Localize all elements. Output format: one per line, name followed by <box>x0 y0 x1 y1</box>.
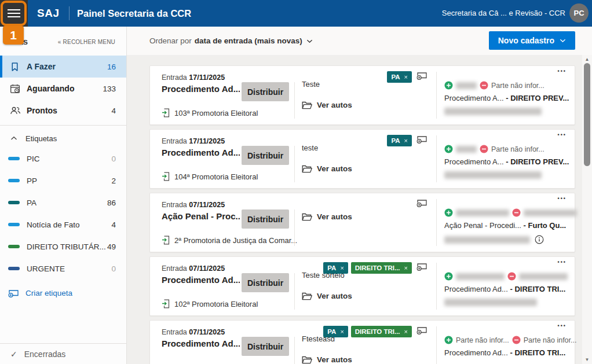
more-options-icon[interactable]: ••• <box>558 196 567 201</box>
distribute-button[interactable]: Distribuir <box>242 146 289 165</box>
tag-add-icon <box>8 288 19 298</box>
divider <box>69 6 70 20</box>
org-unit-label: Secretaria da Câ ... e Revisão - CCR <box>442 0 565 27</box>
scrollbar-thumb[interactable] <box>584 63 590 166</box>
scrollbar: ▲ ▼ <box>582 55 592 364</box>
folder-icon <box>302 213 312 221</box>
view-files-link[interactable]: Ver autos <box>302 292 352 300</box>
sidebar-queue-item[interactable]: Prontos 4 <box>0 100 126 122</box>
sidebar-header: Filas « RECOLHER MENU <box>0 27 126 56</box>
scroll-down-arrow[interactable]: ▼ <box>582 357 592 362</box>
remove-tag-icon[interactable]: × <box>340 264 343 271</box>
card-title: Procedimento Ad... <box>162 148 240 157</box>
sidebar-label-item[interactable]: DIREITO TRIBUTÁR... 49 <box>0 236 126 258</box>
sidebar-item-closed[interactable]: ✓ Encerradas <box>0 343 126 364</box>
sidebar-queue-item[interactable]: A Fazer 16 <box>0 56 126 78</box>
new-record-button[interactable]: Novo cadastro <box>489 31 575 50</box>
more-options-icon[interactable]: ••• <box>558 132 567 138</box>
process-card: Entrada 07/11/2025 Procedimento Ad... Di… <box>149 320 575 364</box>
entry-date-line: Entrada 07/11/2025 <box>162 264 225 273</box>
avatar[interactable]: PC <box>569 3 589 23</box>
scroll-up-arrow[interactable]: ▲ <box>582 57 592 62</box>
collapse-menu-button[interactable]: « RECOLHER MENU <box>58 39 115 45</box>
sidebar-label-item[interactable]: PIC 0 <box>0 148 126 170</box>
remove-tag-icon[interactable]: × <box>404 73 408 80</box>
distribute-button[interactable]: Distribuir <box>242 82 289 101</box>
sidebar-label-item[interactable]: PA 86 <box>0 192 126 214</box>
sidebar: Filas « RECOLHER MENU A Fazer 16 Aguarda… <box>0 27 127 364</box>
case-class: Procedimento A... <box>444 94 506 102</box>
sidebar-queue-item[interactable]: Aguardando 133 <box>0 78 126 100</box>
main-content: Ordenar por data de entrada (mais novas)… <box>127 27 592 364</box>
case-subject: - DIREITO TRI... <box>510 285 565 293</box>
tag-add-icon[interactable] <box>416 134 427 144</box>
tag-add-icon[interactable] <box>416 262 427 271</box>
case-class: Ação Penal - Procedi... <box>444 221 524 230</box>
parties-row <box>444 272 568 281</box>
party-name: Parte não infor... <box>491 82 545 90</box>
tag-chip[interactable]: DIREITO TRI...× <box>351 326 412 337</box>
label-list: PIC 0 PP 2 PA 86 Notícia de Fato 4 DIREI… <box>0 148 126 280</box>
case-summary: ••• Parte não infor... Procedimento A...… <box>444 130 575 188</box>
document-forward-icon <box>162 172 170 181</box>
sort-dropdown[interactable]: Ordenar por data de entrada (mais novas) <box>149 27 313 55</box>
party-name-redacted <box>519 273 568 280</box>
view-files-link[interactable]: Ver autos <box>302 212 352 221</box>
more-options-icon[interactable]: ••• <box>558 259 567 265</box>
divider <box>436 199 437 246</box>
label-count: 0 <box>111 155 116 163</box>
tag-chip[interactable]: PA× <box>387 135 412 146</box>
tag-add-icon[interactable] <box>416 325 427 335</box>
more-options-icon[interactable]: ••• <box>558 323 567 329</box>
party-name: Parte não infor... <box>491 145 545 153</box>
plus-circle-icon <box>444 272 453 281</box>
chevron-up-icon <box>10 136 17 141</box>
label-color-bar <box>8 223 20 226</box>
remove-tag-icon[interactable]: × <box>404 264 408 271</box>
remove-tag-icon[interactable]: × <box>404 328 408 335</box>
label-count: 86 <box>107 198 116 207</box>
create-label-button[interactable]: Criar etiqueta <box>0 282 126 304</box>
tag-add-icon[interactable] <box>416 198 427 208</box>
distribute-button[interactable]: Distribuir <box>242 273 289 292</box>
label-color-bar <box>8 245 20 248</box>
label-color-bar <box>8 267 20 270</box>
labels-section-title: Etiquetas <box>25 134 57 143</box>
remove-tag-icon[interactable]: × <box>404 137 408 144</box>
parties-row: Parte não infor... <box>444 81 545 90</box>
top-app-bar: SAJ Painel Secretaria da CCR Secretaria … <box>0 0 592 27</box>
tag-chip[interactable]: PA× <box>323 262 348 274</box>
sidebar-label-item[interactable]: Notícia de Fato 4 <box>0 214 126 236</box>
view-files-link[interactable]: Ver autos <box>302 101 352 109</box>
tag-chip[interactable]: DIREITO TRI...× <box>351 262 412 274</box>
case-subject: - DIREITO TRI... <box>510 348 565 357</box>
distribute-button[interactable]: Distribuir <box>242 337 289 356</box>
divider <box>294 209 295 246</box>
sidebar-label-item[interactable]: URGENTE 0 <box>0 258 126 280</box>
chevron-down-icon <box>306 39 313 43</box>
hamburger-menu-icon[interactable] <box>0 0 28 27</box>
tag-list: PA×DIREITO TRI...× <box>302 326 412 337</box>
tag-chip[interactable]: PA× <box>323 326 348 337</box>
label-count: 0 <box>111 264 116 273</box>
tag-chip[interactable]: PA× <box>387 71 412 83</box>
party-name-redacted <box>456 82 477 89</box>
labels-section-toggle[interactable]: Etiquetas <box>0 129 126 148</box>
remove-tag-icon[interactable]: × <box>340 328 343 335</box>
label-color-bar <box>8 201 20 204</box>
folder-icon <box>302 101 312 109</box>
more-options-icon[interactable]: ••• <box>558 68 567 74</box>
distribute-button[interactable]: Distribuir <box>242 209 289 229</box>
view-files-link[interactable]: Ver autos <box>302 164 352 173</box>
origin-line: 2ª Promotoria de Justiça da Comar... <box>162 236 297 245</box>
calendar-clock-icon <box>10 84 21 94</box>
tag-list: PA×DIREITO TRI...× <box>302 262 412 274</box>
tag-add-icon[interactable] <box>416 71 427 80</box>
view-files-link[interactable]: Ver autos <box>302 355 352 364</box>
sidebar-label-item[interactable]: PP 2 <box>0 170 126 192</box>
party-name-redacted <box>456 146 477 153</box>
page-title: Painel Secretaria da CCR <box>77 0 191 27</box>
info-icon[interactable] <box>535 235 544 244</box>
divider <box>294 337 295 364</box>
label-count: 2 <box>111 177 116 185</box>
